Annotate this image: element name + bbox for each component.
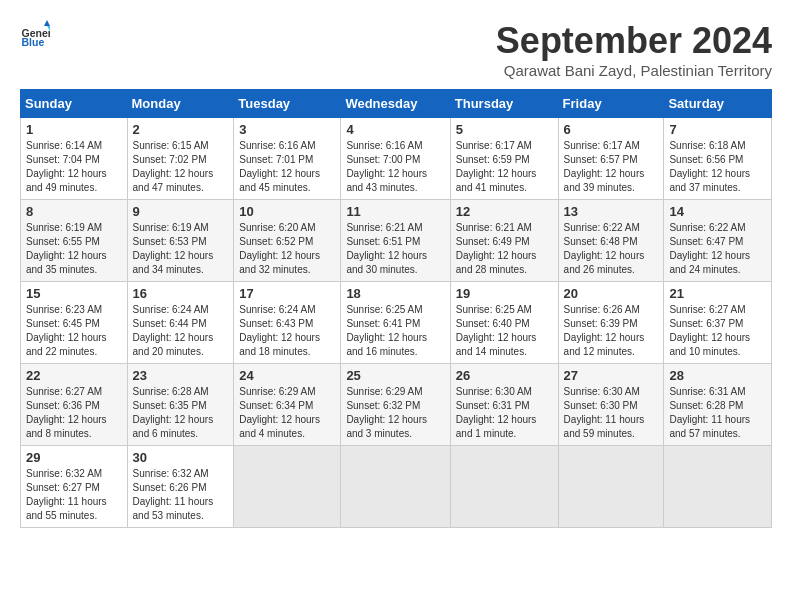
calendar-cell: 10Sunrise: 6:20 AM Sunset: 6:52 PM Dayli… bbox=[234, 200, 341, 282]
day-info: Sunrise: 6:15 AM Sunset: 7:02 PM Dayligh… bbox=[133, 139, 229, 195]
calendar-week-5: 29Sunrise: 6:32 AM Sunset: 6:27 PM Dayli… bbox=[21, 446, 772, 528]
day-info: Sunrise: 6:21 AM Sunset: 6:51 PM Dayligh… bbox=[346, 221, 444, 277]
day-number: 24 bbox=[239, 368, 335, 383]
calendar-cell: 13Sunrise: 6:22 AM Sunset: 6:48 PM Dayli… bbox=[558, 200, 664, 282]
day-info: Sunrise: 6:18 AM Sunset: 6:56 PM Dayligh… bbox=[669, 139, 766, 195]
calendar-week-3: 15Sunrise: 6:23 AM Sunset: 6:45 PM Dayli… bbox=[21, 282, 772, 364]
day-header-thursday: Thursday bbox=[450, 90, 558, 118]
day-number: 23 bbox=[133, 368, 229, 383]
calendar-table: SundayMondayTuesdayWednesdayThursdayFrid… bbox=[20, 89, 772, 528]
day-info: Sunrise: 6:27 AM Sunset: 6:36 PM Dayligh… bbox=[26, 385, 122, 441]
day-info: Sunrise: 6:27 AM Sunset: 6:37 PM Dayligh… bbox=[669, 303, 766, 359]
svg-marker-2 bbox=[44, 20, 50, 26]
day-info: Sunrise: 6:21 AM Sunset: 6:49 PM Dayligh… bbox=[456, 221, 553, 277]
day-info: Sunrise: 6:20 AM Sunset: 6:52 PM Dayligh… bbox=[239, 221, 335, 277]
day-number: 25 bbox=[346, 368, 444, 383]
day-info: Sunrise: 6:25 AM Sunset: 6:40 PM Dayligh… bbox=[456, 303, 553, 359]
calendar-cell bbox=[234, 446, 341, 528]
calendar-cell: 19Sunrise: 6:25 AM Sunset: 6:40 PM Dayli… bbox=[450, 282, 558, 364]
day-number: 13 bbox=[564, 204, 659, 219]
calendar-week-1: 1Sunrise: 6:14 AM Sunset: 7:04 PM Daylig… bbox=[21, 118, 772, 200]
location-subtitle: Qarawat Bani Zayd, Palestinian Territory bbox=[496, 62, 772, 79]
calendar-cell: 18Sunrise: 6:25 AM Sunset: 6:41 PM Dayli… bbox=[341, 282, 450, 364]
calendar-cell: 30Sunrise: 6:32 AM Sunset: 6:26 PM Dayli… bbox=[127, 446, 234, 528]
day-number: 12 bbox=[456, 204, 553, 219]
calendar-cell: 7Sunrise: 6:18 AM Sunset: 6:56 PM Daylig… bbox=[664, 118, 772, 200]
day-number: 5 bbox=[456, 122, 553, 137]
day-number: 7 bbox=[669, 122, 766, 137]
calendar-cell: 17Sunrise: 6:24 AM Sunset: 6:43 PM Dayli… bbox=[234, 282, 341, 364]
logo: General Blue bbox=[20, 20, 50, 50]
logo-icon: General Blue bbox=[20, 20, 50, 50]
day-number: 1 bbox=[26, 122, 122, 137]
day-header-monday: Monday bbox=[127, 90, 234, 118]
day-number: 9 bbox=[133, 204, 229, 219]
calendar-cell: 24Sunrise: 6:29 AM Sunset: 6:34 PM Dayli… bbox=[234, 364, 341, 446]
calendar-cell: 5Sunrise: 6:17 AM Sunset: 6:59 PM Daylig… bbox=[450, 118, 558, 200]
day-info: Sunrise: 6:26 AM Sunset: 6:39 PM Dayligh… bbox=[564, 303, 659, 359]
day-info: Sunrise: 6:19 AM Sunset: 6:55 PM Dayligh… bbox=[26, 221, 122, 277]
day-info: Sunrise: 6:32 AM Sunset: 6:26 PM Dayligh… bbox=[133, 467, 229, 523]
day-header-saturday: Saturday bbox=[664, 90, 772, 118]
day-info: Sunrise: 6:31 AM Sunset: 6:28 PM Dayligh… bbox=[669, 385, 766, 441]
day-info: Sunrise: 6:24 AM Sunset: 6:44 PM Dayligh… bbox=[133, 303, 229, 359]
day-info: Sunrise: 6:23 AM Sunset: 6:45 PM Dayligh… bbox=[26, 303, 122, 359]
day-number: 16 bbox=[133, 286, 229, 301]
calendar-cell: 12Sunrise: 6:21 AM Sunset: 6:49 PM Dayli… bbox=[450, 200, 558, 282]
calendar-cell: 23Sunrise: 6:28 AM Sunset: 6:35 PM Dayli… bbox=[127, 364, 234, 446]
day-info: Sunrise: 6:17 AM Sunset: 6:57 PM Dayligh… bbox=[564, 139, 659, 195]
day-info: Sunrise: 6:24 AM Sunset: 6:43 PM Dayligh… bbox=[239, 303, 335, 359]
calendar-cell: 26Sunrise: 6:30 AM Sunset: 6:31 PM Dayli… bbox=[450, 364, 558, 446]
day-info: Sunrise: 6:32 AM Sunset: 6:27 PM Dayligh… bbox=[26, 467, 122, 523]
day-number: 14 bbox=[669, 204, 766, 219]
calendar-cell bbox=[664, 446, 772, 528]
calendar-cell: 28Sunrise: 6:31 AM Sunset: 6:28 PM Dayli… bbox=[664, 364, 772, 446]
day-number: 11 bbox=[346, 204, 444, 219]
day-number: 15 bbox=[26, 286, 122, 301]
calendar-cell bbox=[558, 446, 664, 528]
day-number: 28 bbox=[669, 368, 766, 383]
calendar-cell: 21Sunrise: 6:27 AM Sunset: 6:37 PM Dayli… bbox=[664, 282, 772, 364]
calendar-cell: 22Sunrise: 6:27 AM Sunset: 6:36 PM Dayli… bbox=[21, 364, 128, 446]
day-number: 4 bbox=[346, 122, 444, 137]
day-info: Sunrise: 6:28 AM Sunset: 6:35 PM Dayligh… bbox=[133, 385, 229, 441]
day-number: 17 bbox=[239, 286, 335, 301]
day-info: Sunrise: 6:16 AM Sunset: 7:00 PM Dayligh… bbox=[346, 139, 444, 195]
calendar-header-row: SundayMondayTuesdayWednesdayThursdayFrid… bbox=[21, 90, 772, 118]
day-header-tuesday: Tuesday bbox=[234, 90, 341, 118]
day-number: 10 bbox=[239, 204, 335, 219]
day-number: 22 bbox=[26, 368, 122, 383]
day-info: Sunrise: 6:30 AM Sunset: 6:30 PM Dayligh… bbox=[564, 385, 659, 441]
day-number: 2 bbox=[133, 122, 229, 137]
calendar-cell: 8Sunrise: 6:19 AM Sunset: 6:55 PM Daylig… bbox=[21, 200, 128, 282]
day-info: Sunrise: 6:29 AM Sunset: 6:32 PM Dayligh… bbox=[346, 385, 444, 441]
day-info: Sunrise: 6:14 AM Sunset: 7:04 PM Dayligh… bbox=[26, 139, 122, 195]
day-number: 19 bbox=[456, 286, 553, 301]
month-title: September 2024 bbox=[496, 20, 772, 62]
calendar-cell bbox=[450, 446, 558, 528]
day-number: 26 bbox=[456, 368, 553, 383]
day-info: Sunrise: 6:22 AM Sunset: 6:47 PM Dayligh… bbox=[669, 221, 766, 277]
day-number: 21 bbox=[669, 286, 766, 301]
calendar-cell: 6Sunrise: 6:17 AM Sunset: 6:57 PM Daylig… bbox=[558, 118, 664, 200]
calendar-cell: 11Sunrise: 6:21 AM Sunset: 6:51 PM Dayli… bbox=[341, 200, 450, 282]
day-number: 27 bbox=[564, 368, 659, 383]
calendar-cell: 20Sunrise: 6:26 AM Sunset: 6:39 PM Dayli… bbox=[558, 282, 664, 364]
day-number: 6 bbox=[564, 122, 659, 137]
calendar-cell: 25Sunrise: 6:29 AM Sunset: 6:32 PM Dayli… bbox=[341, 364, 450, 446]
day-number: 30 bbox=[133, 450, 229, 465]
calendar-cell: 16Sunrise: 6:24 AM Sunset: 6:44 PM Dayli… bbox=[127, 282, 234, 364]
day-header-wednesday: Wednesday bbox=[341, 90, 450, 118]
day-info: Sunrise: 6:30 AM Sunset: 6:31 PM Dayligh… bbox=[456, 385, 553, 441]
calendar-week-4: 22Sunrise: 6:27 AM Sunset: 6:36 PM Dayli… bbox=[21, 364, 772, 446]
calendar-cell: 29Sunrise: 6:32 AM Sunset: 6:27 PM Dayli… bbox=[21, 446, 128, 528]
day-number: 18 bbox=[346, 286, 444, 301]
calendar-cell: 4Sunrise: 6:16 AM Sunset: 7:00 PM Daylig… bbox=[341, 118, 450, 200]
calendar-cell: 1Sunrise: 6:14 AM Sunset: 7:04 PM Daylig… bbox=[21, 118, 128, 200]
day-info: Sunrise: 6:16 AM Sunset: 7:01 PM Dayligh… bbox=[239, 139, 335, 195]
page-header: General Blue September 2024 Qarawat Bani… bbox=[20, 20, 772, 79]
day-header-sunday: Sunday bbox=[21, 90, 128, 118]
day-number: 8 bbox=[26, 204, 122, 219]
day-info: Sunrise: 6:19 AM Sunset: 6:53 PM Dayligh… bbox=[133, 221, 229, 277]
day-header-friday: Friday bbox=[558, 90, 664, 118]
